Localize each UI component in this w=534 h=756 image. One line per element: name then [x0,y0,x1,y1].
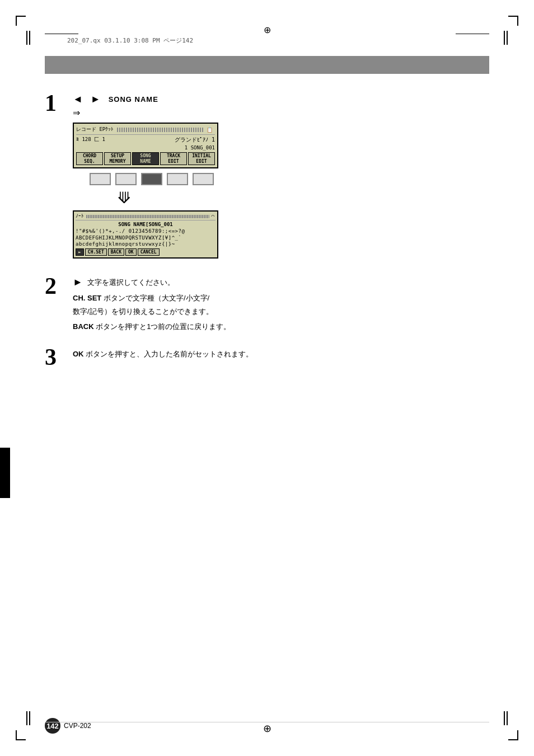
top-meta: 202_07.qx 03.1.10 3:08 PM ページ142 [67,36,193,45]
step3-ok-label: OK [73,350,84,358]
top-center-cross: ⊕ [264,25,271,35]
top-right-rule [456,34,489,34]
step-3-row: 3 OK ボタンを押すと、入力した名前がセットされます。 [45,345,489,369]
lcd1-top2-left: ﾖ 128 匚 1 [76,136,105,144]
func-btn-1[interactable] [90,173,111,185]
lcd-display-1: レコード EPｸｯﾄ 📋 ﾖ 128 匚 1 グランドﾋﾟｱﾉ 1 1 SONG… [73,123,218,168]
step-2-body: ► 文字を選択してください。 CH. SET ボタンで文字種（大文字/小文字/ … [73,274,489,333]
lcd1-tabs: CHORDSEQ. SETUPMEMORY SONGNAME TRACKEDIT… [76,152,215,165]
sn-bracket: ⌒ [212,213,214,219]
page-circle: 142 [45,718,60,734]
step2-desc-line1: 文字を選択してください。 [87,278,175,288]
down-arrow: ⟱ [118,189,489,207]
bottom-right-lines [504,711,508,725]
sn-btn-ok[interactable]: OK [125,248,137,256]
step3-desc: OK ボタンを押すと、入力した名前がセットされます。 [73,348,489,360]
step2-back-desc: BACK ボタンを押すと1つ前の位置に戻ります。 [73,320,489,333]
func-btn-4[interactable] [167,173,188,185]
top-right-lines [504,31,508,45]
corner-mark-bl [16,730,26,740]
step1-arrow-right[interactable]: ► [91,93,101,105]
lcd1-tab-setup[interactable]: SETUPMEMORY [104,152,131,165]
corner-mark-br [508,730,518,740]
lcd1-title: グランドﾋﾟｱﾉ 1 [175,136,215,144]
lcd1-top-left: レコード EPｸｯﾄ [76,126,114,133]
func-btn-2[interactable] [115,173,137,185]
page-model: CVP-202 [64,722,91,730]
func-buttons-row [90,173,489,185]
step2-back-label: BACK [73,322,94,331]
bottom-left-lines [26,711,30,725]
sn-btn-back[interactable]: BACK [108,248,124,256]
step1-arrow-left[interactable]: ◄ [73,93,83,105]
step1-label: SONG NAME [109,95,158,104]
sn-buttons-row: ► CH.SET BACK OK CANCEL [76,248,216,256]
top-left-rule [45,34,78,34]
page-number-area: 142 CVP-202 [45,718,91,734]
step-2-number: 2 [45,274,73,298]
step-1-row: 1 ◄ ► SONG NAME ⇒ レコード EPｸｯﾄ 📋 ﾖ 128 匚 1 [45,91,489,262]
lcd1-tab-song[interactable]: SONGNAME [132,152,159,165]
sn-title: SONG NAME[SONG_001 [76,222,216,227]
sn-btn-chset[interactable]: CH.SET [85,248,107,256]
sn-chars-row1: !"#$%&'()*+,-./ 0123456789:;<=>?@ [76,228,216,234]
step2-chset-desc: CH. SET ボタンで文字種（大文字/小文字/ 数字/記号）を切り換えることが… [73,292,489,318]
lcd1-tab-track[interactable]: TRACKEDIT [160,152,187,165]
step2-arrow[interactable]: ► [73,276,83,288]
sn-btn-play[interactable]: ► [76,248,84,256]
corner-mark-tl [16,16,26,26]
func-btn-5[interactable] [193,173,214,185]
sn-chars-row3: abcdefghijklmnopqrstuvwxyz{|}~ [76,241,216,247]
step-3-number: 3 [45,345,73,369]
step-2-row: 2 ► 文字を選択してください。 CH. SET ボタンで文字種（大文字/小文字… [45,274,489,333]
songname-lcd: ﾉｰﾄ ⌒ SONG NAME[SONG_001 !"#$%&'()*+,-./… [73,210,218,259]
lcd1-tab-initial[interactable]: INITIALEDIT [188,152,215,165]
header-bar [45,56,489,74]
step1-arrow-symbol: ⇒ [73,107,489,118]
main-content: 1 ◄ ► SONG NAME ⇒ レコード EPｸｯﾄ 📋 ﾖ 128 匚 1 [45,81,489,722]
step-1-number: 1 [45,91,73,115]
sn-header-left: ﾉｰﾄ [76,213,84,219]
step-3-body: OK ボタンを押すと、入力した名前がセットされます。 [73,345,489,360]
bottom-center-cross: ⊕ [263,722,271,735]
step-1-body: ◄ ► SONG NAME ⇒ レコード EPｸｯﾄ 📋 ﾖ 128 匚 1 グ… [73,91,489,262]
sn-btn-cancel[interactable]: CANCEL [138,248,160,256]
side-tab [0,448,10,498]
lcd1-sub: 1 SONG_001 [76,145,215,151]
corner-mark-tr [508,16,518,26]
func-btn-3[interactable] [141,173,162,185]
top-left-lines [26,31,30,45]
step2-chset-label: CH. SET [73,294,101,302]
bottom-rule [45,722,489,722]
lcd1-tab-chord[interactable]: CHORDSEQ. [76,152,103,165]
sn-chars-row2: ABCDEFGHIJKLMNOPQRSTUVWXYZ[¥]^_` [76,235,216,241]
